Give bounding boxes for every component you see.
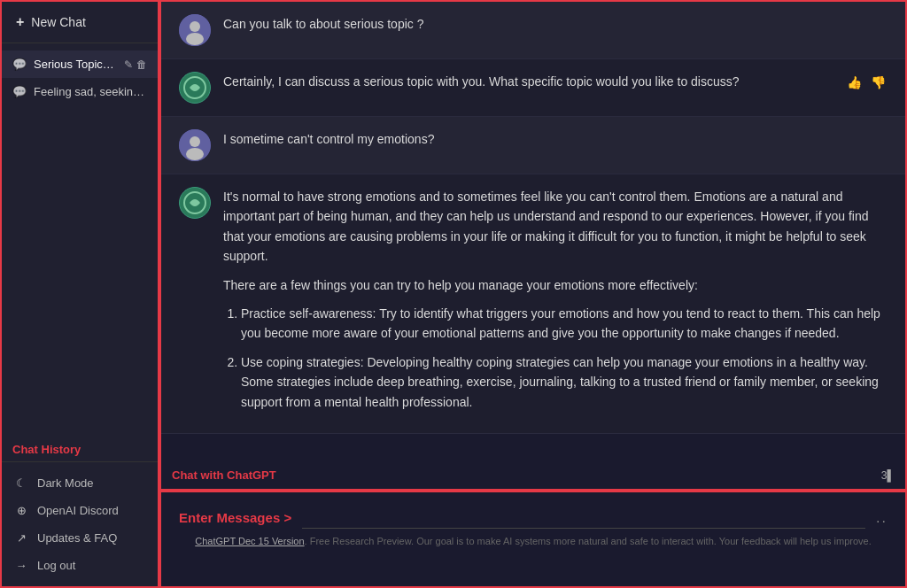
chatgpt-version-link[interactable]: ChatGPT Dec 15 Version — [195, 536, 304, 546]
input-footer: ChatGPT Dec 15 Version. Free Research Pr… — [179, 536, 888, 546]
ai-avatar-2 — [179, 72, 211, 104]
thumbs-up-button[interactable]: 👍 — [845, 74, 864, 91]
updates-label: Updates & FAQ — [37, 531, 117, 545]
message-text-1: Can you talk to about serious topic ? — [223, 14, 888, 34]
ai-avatar-4 — [179, 187, 211, 219]
new-chat-button[interactable]: + New Chat — [12, 9, 147, 35]
input-label: Enter Messages > — [179, 510, 291, 525]
chat-area: Can you talk to about serious topic ? Ce… — [159, 0, 907, 491]
input-dots: .. — [876, 510, 888, 526]
input-row: Enter Messages > .. — [179, 507, 888, 529]
sidebar: + New Chat 💬 Serious Topic Request ✎ 🗑 💬… — [0, 0, 159, 588]
user-avatar-3 — [179, 129, 211, 161]
chat-history-label: Chat History — [2, 434, 158, 461]
sidebar-item-logout[interactable]: → Log out — [2, 552, 158, 579]
svg-point-5 — [190, 136, 200, 147]
message-row-3: I sometime can't control my emotions? — [161, 117, 905, 174]
sidebar-item-openai-discord[interactable]: ⊕ OpenAI Discord — [2, 497, 158, 524]
new-chat-label: New Chat — [31, 15, 85, 29]
chat-item-label: Serious Topic Request — [34, 58, 117, 71]
chat-item-serious-topic[interactable]: 💬 Serious Topic Request ✎ 🗑 — [2, 50, 158, 78]
svg-point-6 — [186, 148, 204, 160]
list-item-1: Practice self-awareness: Try to identify… — [241, 304, 888, 344]
message-text-3: I sometime can't control my emotions? — [223, 129, 888, 149]
dark-mode-icon: ☾ — [14, 476, 28, 490]
svg-point-1 — [190, 21, 200, 32]
footer-text: . Free Research Preview. Our goal is to … — [305, 536, 872, 546]
thumbs-down-button[interactable]: 👎 — [869, 74, 888, 91]
main-content: Can you talk to about serious topic ? Ce… — [159, 0, 907, 588]
sidebar-item-dark-mode[interactable]: ☾ Dark Mode — [2, 469, 158, 497]
delete-icon[interactable]: 🗑 — [136, 58, 147, 71]
logout-icon: → — [14, 559, 28, 572]
discord-label: OpenAI Discord — [37, 504, 119, 517]
message-text-2: Certainly, I can discuss a serious topic… — [223, 72, 833, 91]
sidebar-header: + New Chat — [2, 2, 158, 43]
chat-with-label: Chat with ChatGPT — [172, 468, 276, 482]
message-row-1: Can you talk to about serious topic ? — [161, 2, 905, 59]
plus-icon: + — [16, 14, 24, 30]
user-avatar-1 — [179, 14, 211, 46]
chat-counter: 3▌ — [881, 469, 895, 482]
chat-item-actions: ✎ 🗑 — [124, 58, 147, 71]
chat-icon-2: 💬 — [12, 85, 27, 98]
sidebar-bottom: ☾ Dark Mode ⊕ OpenAI Discord ↗ Updates &… — [2, 461, 158, 586]
chat-item-label-2: Feeling sad, seeking help — [34, 85, 147, 98]
sidebar-item-updates-faq[interactable]: ↗ Updates & FAQ — [2, 524, 158, 552]
edit-icon[interactable]: ✎ — [124, 58, 133, 71]
chat-item-feeling-sad[interactable]: 💬 Feeling sad, seeking help — [2, 78, 158, 105]
message-row-4: It's normal to have strong emotions and … — [161, 174, 905, 434]
chat-icon: 💬 — [12, 58, 27, 71]
message-input[interactable] — [302, 507, 865, 529]
chat-list: 💬 Serious Topic Request ✎ 🗑 💬 Feeling sa… — [2, 43, 158, 434]
updates-icon: ↗ — [14, 531, 28, 545]
message-text-4: It's normal to have strong emotions and … — [223, 187, 888, 421]
svg-point-2 — [186, 33, 204, 45]
message-actions-2: 👍 👎 — [845, 72, 888, 91]
logout-label: Log out — [37, 559, 75, 572]
input-area: Enter Messages > .. ChatGPT Dec 15 Versi… — [159, 491, 907, 588]
message-row-2: Certainly, I can discuss a serious topic… — [161, 59, 905, 117]
discord-icon: ⊕ — [14, 504, 28, 517]
dark-mode-label: Dark Mode — [37, 476, 94, 490]
list-item-2: Use coping strategies: Developing health… — [241, 352, 888, 412]
